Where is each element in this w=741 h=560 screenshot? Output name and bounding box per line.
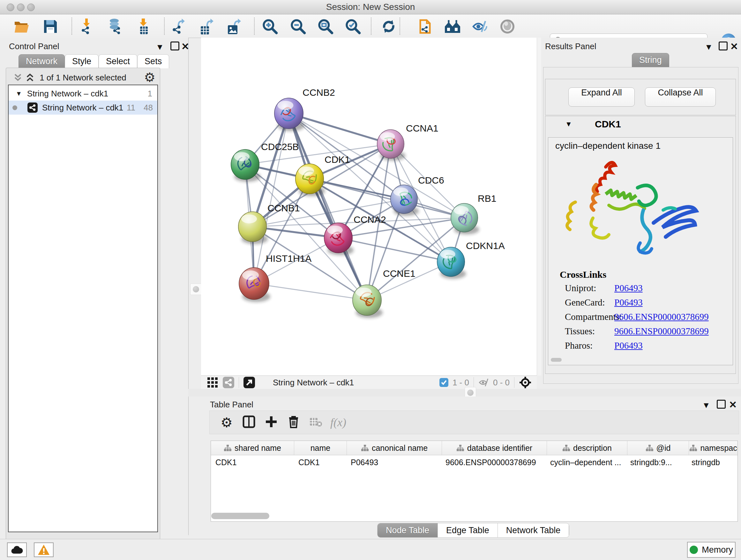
table-cell[interactable]: 9606.ENSP00000378699 xyxy=(441,455,546,469)
update-icon[interactable] xyxy=(381,18,397,35)
selected-checkbox-icon[interactable] xyxy=(439,378,449,387)
table-row[interactable]: CDK1CDK1P064939606.ENSP00000378699cyclin… xyxy=(211,455,738,469)
network-node-ccna2[interactable] xyxy=(324,223,354,255)
network-edge[interactable] xyxy=(338,238,451,262)
close-window-button[interactable] xyxy=(7,3,14,11)
show-columns-icon[interactable] xyxy=(238,415,260,429)
column-header--id[interactable]: @id xyxy=(627,441,689,455)
crosslink-link[interactable]: P06493 xyxy=(614,297,643,308)
crosslink-link[interactable]: 9606.ENSP00000378699 xyxy=(614,326,709,336)
network-node-cdkn1a[interactable] xyxy=(437,247,466,279)
zoom-fit-icon[interactable] xyxy=(317,18,334,35)
open-in-window-icon[interactable] xyxy=(244,377,255,388)
column-header-database-identifier[interactable]: database identifier xyxy=(442,441,547,455)
tab-select[interactable]: Select xyxy=(98,54,137,68)
cloud-button[interactable] xyxy=(7,543,27,557)
table-cell[interactable]: P06493 xyxy=(346,455,441,469)
close-panel-icon[interactable]: ✕ xyxy=(729,399,737,410)
import-table-from-file-icon[interactable] xyxy=(135,18,152,35)
crosslink-link[interactable]: P06493 xyxy=(614,283,643,294)
export-image-icon[interactable] xyxy=(226,18,243,35)
panel-menu-icon[interactable]: ▼ xyxy=(704,42,713,52)
column-header-canonical-name[interactable]: canonical name xyxy=(347,441,442,455)
function-builder-icon[interactable]: f(x) xyxy=(327,416,349,429)
network-node-cdc6[interactable] xyxy=(391,185,419,216)
table-header-row[interactable]: shared namenamecanonical namedatabase id… xyxy=(211,441,738,455)
string-home-icon[interactable] xyxy=(444,18,461,35)
zoom-in-icon[interactable] xyxy=(262,18,278,35)
float-panel-icon[interactable] xyxy=(719,42,728,51)
zoom-window-button[interactable] xyxy=(27,3,35,11)
float-panel-icon[interactable] xyxy=(717,400,726,409)
network-canvas[interactable]: CCNB2CCNA1CDC25BCDK1CDC6RB1CCNB1CCNA2CDK… xyxy=(201,38,537,375)
inner-hscrollbar-thumb[interactable] xyxy=(551,358,562,362)
table-cell[interactable]: stringdb:9... xyxy=(626,455,687,469)
save-session-icon[interactable] xyxy=(42,18,59,35)
network-node-cdc25b[interactable] xyxy=(231,149,261,182)
delete-column-trash-icon[interactable] xyxy=(282,415,305,429)
horizontal-splitter[interactable] xyxy=(188,389,741,396)
column-header-description[interactable]: description xyxy=(547,441,627,455)
left-splitter-handle[interactable] xyxy=(190,284,202,295)
preview-sphere-icon[interactable] xyxy=(499,18,516,35)
gear-icon[interactable]: ⚙ xyxy=(144,70,155,84)
table-cell[interactable]: cyclin–dependent ... xyxy=(546,455,626,469)
column-header-shared-name[interactable]: shared name xyxy=(211,441,294,455)
tab-style[interactable]: Style xyxy=(65,54,98,68)
grid-view-icon[interactable] xyxy=(207,377,218,388)
close-panel-icon[interactable]: ✕ xyxy=(730,41,738,52)
import-network-from-file-icon[interactable] xyxy=(78,18,94,35)
network-node-ccna1[interactable] xyxy=(377,130,406,161)
tab-node-table[interactable]: Node Table xyxy=(378,523,438,537)
tab-network-table[interactable]: Network Table xyxy=(498,523,569,537)
import-network-from-database-icon[interactable] xyxy=(107,18,123,35)
zoom-out-icon[interactable] xyxy=(290,18,307,35)
network-row-selected[interactable]: String Network – cdk1 11 48 xyxy=(9,101,157,115)
float-panel-icon[interactable] xyxy=(171,42,179,51)
minimize-window-button[interactable] xyxy=(17,3,24,11)
collapse-all-button[interactable]: Collapse All xyxy=(645,87,716,107)
panel-menu-icon[interactable]: ▼ xyxy=(702,400,711,410)
crosslink-link[interactable]: P06493 xyxy=(614,340,643,351)
section-expander-icon[interactable]: ▼ xyxy=(565,120,572,128)
crosslink-link[interactable]: 9606.ENSP00000378699 xyxy=(614,312,709,322)
fit-selected-crosshair-icon[interactable] xyxy=(519,376,532,389)
memory-button[interactable]: Memory xyxy=(687,542,736,558)
tab-network[interactable]: Network xyxy=(18,54,65,68)
warning-button[interactable] xyxy=(34,543,54,557)
open-session-icon[interactable] xyxy=(13,18,30,35)
table-cell[interactable]: stringdb xyxy=(687,455,738,469)
network-node-ccnb2[interactable] xyxy=(274,98,305,131)
node-label-cdc6: CDC6 xyxy=(418,175,444,186)
export-table-icon[interactable] xyxy=(199,18,215,35)
add-column-icon[interactable] xyxy=(260,416,282,429)
delete-table-icon[interactable] xyxy=(305,416,327,428)
table-hscrollbar-thumb[interactable] xyxy=(211,513,269,519)
table-cell[interactable]: CDK1 xyxy=(211,455,294,469)
column-header-namespace[interactable]: namespace xyxy=(689,441,738,455)
network-collection-row[interactable]: ▼ String Network – cdk1 1 xyxy=(9,86,157,101)
network-edge[interactable] xyxy=(254,284,367,300)
column-header-name[interactable]: name xyxy=(294,441,347,455)
expand-all-button[interactable]: Expand All xyxy=(568,87,635,107)
hide-evidence-icon[interactable] xyxy=(472,18,488,35)
table-settings-gear-icon[interactable]: ⚙ xyxy=(215,415,238,430)
network-node-hist1h1a[interactable] xyxy=(239,267,270,302)
collection-expander-icon[interactable]: ▼ xyxy=(16,90,22,98)
warning-icon xyxy=(38,544,50,555)
zoom-selected-icon[interactable] xyxy=(345,18,361,35)
tab-string[interactable]: String xyxy=(632,53,669,67)
network-edge[interactable] xyxy=(289,113,391,144)
birdseye-view-icon[interactable] xyxy=(223,377,234,388)
table-cell[interactable]: CDK1 xyxy=(294,455,346,469)
close-panel-icon[interactable]: ✕ xyxy=(181,41,189,52)
panel-menu-icon[interactable]: ▼ xyxy=(156,42,164,52)
share-document-icon[interactable] xyxy=(416,18,433,35)
network-node-rb1[interactable] xyxy=(451,203,479,234)
tab-edge-table[interactable]: Edge Table xyxy=(438,523,498,537)
network-node-cdk1[interactable] xyxy=(295,164,325,196)
tab-sets[interactable]: Sets xyxy=(137,54,169,68)
export-network-icon[interactable] xyxy=(171,18,187,35)
network-node-ccne1[interactable] xyxy=(353,285,383,318)
hidden-eye-icon[interactable] xyxy=(478,377,490,388)
